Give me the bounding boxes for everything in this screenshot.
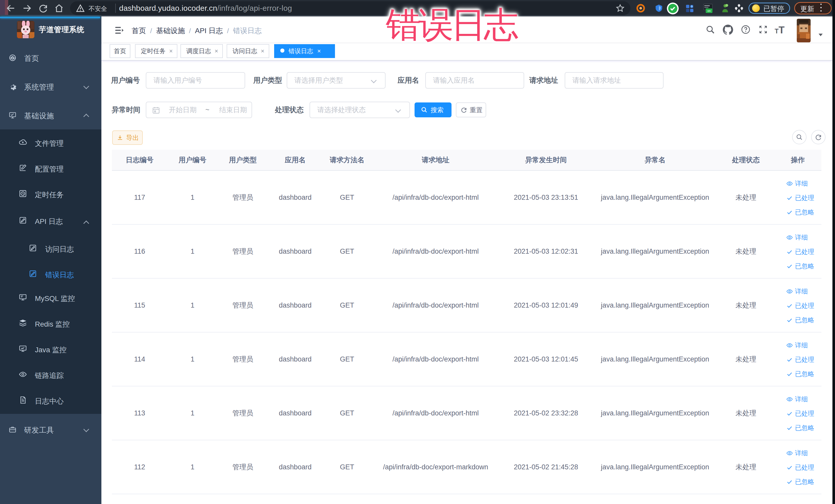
svg-text:on: on (708, 9, 711, 12)
